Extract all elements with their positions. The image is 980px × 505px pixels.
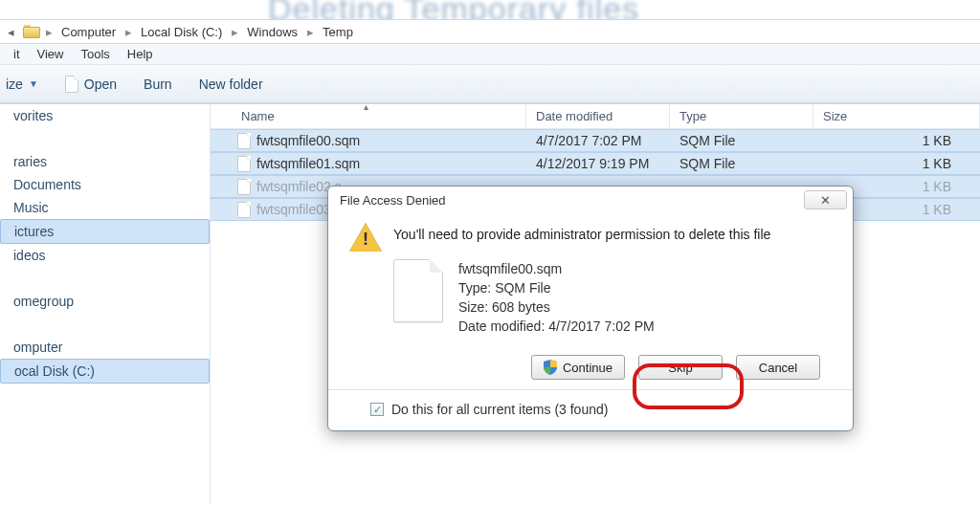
column-date[interactable]: Date modified bbox=[526, 104, 670, 128]
file-icon bbox=[237, 179, 251, 195]
cancel-button[interactable]: Cancel bbox=[736, 355, 820, 380]
file-access-denied-dialog: File Access Denied ✕ You'll need to prov… bbox=[327, 186, 854, 431]
breadcrumb-computer[interactable]: Computer bbox=[56, 20, 122, 43]
menu-edit[interactable]: it bbox=[6, 45, 28, 63]
sidebar-item-documents[interactable]: Documents bbox=[0, 173, 210, 196]
column-headers[interactable]: Name▴ Date modified Type Size bbox=[211, 104, 980, 129]
breadcrumb-sep-icon: ▸ bbox=[228, 20, 241, 43]
continue-button[interactable]: Continue bbox=[531, 355, 625, 380]
dialog-file-date: Date modified: 4/7/2017 7:02 PM bbox=[458, 317, 655, 336]
skip-button[interactable]: Skip bbox=[638, 355, 723, 380]
file-large-icon bbox=[393, 259, 443, 322]
table-row[interactable]: fwtsqmfile00.sqm4/7/2017 7:02 PMSQM File… bbox=[211, 129, 980, 152]
dialog-file-size: Size: 608 bytes bbox=[458, 297, 655, 317]
breadcrumb-sep-icon: ▸ bbox=[303, 20, 317, 43]
do-for-all-label: Do this for all current items (3 found) bbox=[391, 402, 608, 417]
breadcrumb-sep-icon: ▸ bbox=[42, 20, 56, 43]
toolbar-newfolder-label: New folder bbox=[199, 77, 263, 92]
toolbar: ize ▼ Open Burn New folder bbox=[0, 65, 980, 103]
dialog-file-type: Type: SQM File bbox=[458, 278, 655, 297]
dialog-file-meta: fwtsqmfile00.sqm Type: SQM File Size: 60… bbox=[458, 259, 655, 336]
folder-icon bbox=[21, 20, 42, 43]
chevron-down-icon: ▼ bbox=[29, 78, 38, 89]
address-bar: ◂ ▸ Computer ▸ Local Disk (C:) ▸ Windows… bbox=[0, 19, 980, 44]
menu-view[interactable]: View bbox=[30, 45, 72, 63]
toolbar-burn-label: Burn bbox=[144, 77, 172, 92]
toolbar-organize[interactable]: ize ▼ bbox=[6, 77, 38, 92]
column-type[interactable]: Type bbox=[670, 104, 813, 128]
toolbar-open-label: Open bbox=[84, 77, 117, 92]
dialog-body: You'll need to provide administrator per… bbox=[328, 209, 853, 390]
dialog-title-text: File Access Denied bbox=[340, 193, 446, 208]
nav-back-chevron-icon[interactable]: ◂ bbox=[0, 20, 21, 43]
shield-icon bbox=[544, 360, 557, 375]
file-date: 4/12/2017 9:19 PM bbox=[526, 156, 670, 171]
table-row[interactable]: fwtsqmfile01.sqm4/12/2017 9:19 PMSQM Fil… bbox=[211, 152, 980, 175]
menu-help[interactable]: Help bbox=[120, 45, 161, 63]
sort-indicator-icon: ▴ bbox=[364, 101, 368, 112]
dialog-button-row: Continue Skip Cancel bbox=[344, 341, 837, 380]
dialog-close-button[interactable]: ✕ bbox=[804, 190, 847, 209]
column-name-label[interactable]: Name bbox=[241, 109, 275, 123]
sidebar-item-music[interactable]: Music bbox=[0, 196, 210, 219]
sidebar-item-homegroup[interactable]: omegroup bbox=[0, 290, 210, 313]
sidebar-item-computer[interactable]: omputer bbox=[0, 336, 210, 359]
dialog-footer: ✓ Do this for all current items (3 found… bbox=[328, 390, 853, 430]
sidebar-item-pictures[interactable]: ictures bbox=[0, 219, 210, 244]
sidebar: vorites raries Documents Music ictures i… bbox=[0, 104, 211, 505]
do-for-all-checkbox[interactable]: ✓ bbox=[370, 403, 384, 416]
file-date: 4/7/2017 7:02 PM bbox=[526, 133, 670, 148]
breadcrumb-temp[interactable]: Temp bbox=[317, 20, 359, 43]
breadcrumb-localdisk[interactable]: Local Disk (C:) bbox=[135, 20, 228, 43]
document-icon bbox=[65, 76, 78, 93]
toolbar-organize-label: ize bbox=[6, 77, 23, 92]
file-icon bbox=[237, 202, 251, 218]
menu-tools[interactable]: Tools bbox=[73, 45, 117, 63]
dialog-titlebar: File Access Denied ✕ bbox=[328, 187, 853, 209]
file-size: 1 KB bbox=[813, 133, 980, 148]
column-name: Name▴ bbox=[211, 104, 526, 128]
skip-button-label: Skip bbox=[668, 361, 692, 375]
dialog-file-name: fwtsqmfile00.sqm bbox=[458, 259, 655, 278]
file-type: SQM File bbox=[670, 156, 813, 171]
cancel-button-label: Cancel bbox=[759, 361, 797, 375]
file-name: fwtsqmfile01.sqm bbox=[256, 156, 360, 171]
breadcrumb-sep-icon: ▸ bbox=[122, 20, 135, 43]
file-icon bbox=[237, 133, 251, 149]
file-icon bbox=[237, 156, 251, 172]
sidebar-item-videos[interactable]: ideos bbox=[0, 244, 210, 267]
dialog-message: You'll need to provide administrator per… bbox=[393, 223, 770, 242]
continue-button-label: Continue bbox=[563, 361, 612, 375]
file-type: SQM File bbox=[670, 133, 813, 148]
toolbar-new-folder[interactable]: New folder bbox=[199, 77, 263, 92]
file-size: 1 KB bbox=[813, 156, 980, 171]
warning-icon bbox=[349, 223, 382, 252]
column-size[interactable]: Size bbox=[813, 104, 980, 128]
sidebar-item-favorites[interactable]: vorites bbox=[0, 104, 210, 127]
sidebar-item-localdisk[interactable]: ocal Disk (C:) bbox=[0, 359, 210, 384]
sidebar-item-libraries[interactable]: raries bbox=[0, 150, 210, 173]
file-name: fwtsqmfile00.sqm bbox=[256, 133, 360, 148]
toolbar-burn[interactable]: Burn bbox=[144, 77, 172, 92]
breadcrumb-windows[interactable]: Windows bbox=[241, 20, 303, 43]
toolbar-open[interactable]: Open bbox=[65, 76, 117, 93]
menu-bar: it View Tools Help bbox=[0, 44, 980, 65]
